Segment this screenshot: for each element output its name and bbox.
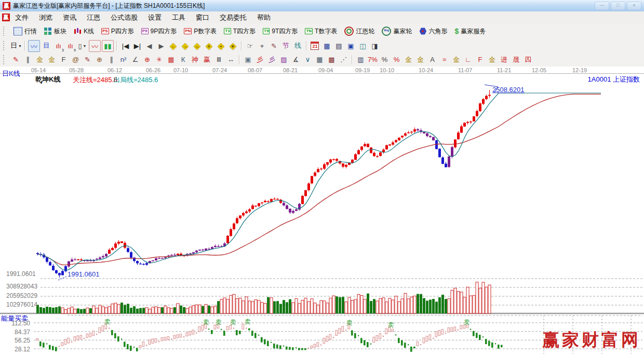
- chart-canvas[interactable]: 卖卖卖卖卖卖卖卖: [0, 73, 644, 355]
- tool-gann-circle[interactable]: ⊕: [142, 54, 153, 65]
- tool-gold-gann-b[interactable]: 金: [46, 54, 57, 65]
- tool-wave-line[interactable]: ∨: [302, 54, 313, 65]
- nav-shift-left[interactable]: ◆←: [168, 41, 179, 51]
- nav-bars-9[interactable]: ılı9: [65, 41, 76, 51]
- tool-n-square[interactable]: n²: [118, 54, 129, 65]
- toolbar-button-winner-service[interactable]: $赢家服务: [451, 26, 489, 37]
- nav-candle-style[interactable]: ▯▼: [77, 41, 88, 51]
- menu-item-2[interactable]: 资讯: [58, 12, 82, 22]
- toolbar-button-winner-wheel[interactable]: Big赢家轮: [378, 25, 415, 37]
- menu-item-0[interactable]: 文件: [10, 12, 34, 22]
- nav-step-forward[interactable]: ▶: [156, 41, 167, 51]
- tool-k-turn[interactable]: К: [178, 54, 189, 65]
- nav-info-panel[interactable]: 目: [41, 41, 52, 51]
- nav-pointer-tool[interactable]: ✎: [269, 41, 279, 51]
- tool-gold-diagonal[interactable]: 金: [487, 54, 498, 65]
- nav-go-last[interactable]: ▶|: [132, 41, 143, 51]
- toolbar-button-p-digit-table[interactable]: PNP数字表: [180, 26, 220, 37]
- nav-network[interactable]: ◫: [357, 41, 368, 51]
- tool-gold-slash[interactable]: 金: [451, 54, 462, 65]
- tool-gold-circle[interactable]: 金: [403, 54, 414, 65]
- nav-save-chart[interactable]: ▣: [345, 41, 356, 51]
- tool-width-measure[interactable]: ↔: [225, 54, 236, 65]
- menu-item-7[interactable]: 窗口: [191, 12, 214, 22]
- toolbar-button-gann-wheel[interactable]: 江恩轮: [341, 25, 378, 37]
- nav-zoom-in-all[interactable]: ◆+: [216, 41, 226, 51]
- menu-item-1[interactable]: 浏览: [34, 12, 58, 22]
- nav-calculator[interactable]: ▦: [321, 41, 332, 51]
- toolbar-button-t-digit-table[interactable]: TNT数字表: [301, 26, 341, 37]
- tool-grid-arrow[interactable]: ▩: [326, 54, 337, 65]
- nav-compress-horizontal[interactable]: ◆≡: [204, 41, 214, 51]
- tool-star-grid[interactable]: ✳: [154, 54, 165, 65]
- menu-item-8[interactable]: 交易委托: [214, 12, 252, 22]
- menu-item-9[interactable]: 帮助: [252, 12, 276, 22]
- tool-si-tool[interactable]: 四: [522, 54, 533, 65]
- nav-pattern-red[interactable]: 〰: [89, 40, 101, 52]
- tool-percent[interactable]: %: [379, 54, 390, 65]
- tool-shen-tool[interactable]: 神: [190, 54, 200, 65]
- tool-angle-ruler[interactable]: ∠: [130, 54, 141, 65]
- tool-trend-pen[interactable]: ✎: [10, 54, 21, 65]
- nav-hand-tool[interactable]: ☞: [245, 41, 256, 51]
- minimize-button[interactable]: —: [595, 2, 609, 10]
- tool-parallel-lines[interactable]: ⋰: [338, 54, 349, 65]
- tool-pen-ruler[interactable]: ✎: [82, 54, 93, 65]
- tool-sheng-tool[interactable]: 晟: [511, 54, 521, 65]
- nav-go-first[interactable]: |◀: [120, 41, 131, 51]
- tool-grid-dark[interactable]: ▦: [314, 54, 325, 65]
- tool-f-gann-lines[interactable]: F: [58, 54, 69, 65]
- nav-pattern-window[interactable]: 〰: [28, 40, 40, 52]
- menu-item-5[interactable]: 设置: [143, 12, 167, 22]
- close-button[interactable]: ×: [627, 2, 641, 10]
- toolbar-grip[interactable]: [3, 27, 6, 36]
- toolbar-button-9p-square[interactable]: P99P四方形: [138, 26, 180, 37]
- tool-time-circle[interactable]: ⊕: [94, 54, 105, 65]
- tool-gold-line[interactable]: 金: [415, 54, 426, 65]
- tool-purple-grid[interactable]: ▨: [278, 54, 289, 65]
- nav-volume-colors[interactable]: ▮▮: [102, 40, 114, 52]
- tool-fan-lines-purple[interactable]: 彡: [266, 54, 277, 65]
- menu-item-4[interactable]: 公式选股: [105, 12, 143, 22]
- nav-shift-right[interactable]: ◆→: [180, 41, 191, 51]
- nav-calendar[interactable]: 21: [310, 41, 320, 51]
- tool-jin-tool[interactable]: 进: [499, 54, 509, 65]
- tool-ruler-123[interactable]: Ⅲ: [213, 54, 224, 65]
- toolbar-button-quotes[interactable]: 行情: [10, 26, 41, 37]
- nav-crosshair-tool[interactable]: +: [257, 41, 267, 51]
- menu-item-6[interactable]: 工具: [167, 12, 191, 22]
- nav-line-stats-tool[interactable]: 线: [292, 41, 303, 51]
- toolbar-button-blocks[interactable]: 板块: [41, 26, 70, 37]
- tool-vertical-lines[interactable]: ∥: [22, 54, 33, 65]
- toolbar-grip[interactable]: [3, 41, 6, 50]
- tool-f-red[interactable]: F: [475, 54, 486, 65]
- toolbar-button-9t-square[interactable]: T99T四方形: [259, 26, 301, 37]
- tool-angle-line[interactable]: ∡: [290, 54, 301, 65]
- tool-ying-tool[interactable]: 赢: [202, 54, 212, 65]
- tool-price-lines[interactable]: ∥: [106, 54, 117, 65]
- tool-wave-average[interactable]: ≈: [439, 54, 450, 65]
- tool-percent-line[interactable]: %: [391, 54, 402, 65]
- nav-print-export[interactable]: ◨: [369, 41, 380, 51]
- tool-pen-a[interactable]: A: [427, 54, 438, 65]
- tool-scale-ruler[interactable]: ▥: [355, 54, 366, 65]
- toolbar-button-hexagon[interactable]: 六角形: [415, 26, 451, 37]
- toolbar-button-p-square[interactable]: PSP四方形: [98, 26, 138, 37]
- toolbar-button-t-square[interactable]: T3T四方形: [220, 26, 259, 37]
- tool-angle-l[interactable]: ∟: [463, 54, 474, 65]
- nav-expand-horizontal[interactable]: ◆↔: [192, 41, 203, 51]
- tool-percent-7[interactable]: 7%: [367, 54, 378, 65]
- nav-zoom-out-all[interactable]: ◆✳: [227, 41, 238, 51]
- maximize-button[interactable]: □: [611, 2, 625, 10]
- toolbar-grip[interactable]: [3, 55, 6, 64]
- nav-step-back[interactable]: ◀: [144, 41, 155, 51]
- menu-item-3[interactable]: 江恩: [82, 12, 105, 22]
- tool-fan-lines-red[interactable]: 彡: [254, 54, 265, 65]
- tool-grid-box[interactable]: ▦: [166, 54, 177, 65]
- nav-festival-tool[interactable]: 节: [280, 41, 291, 51]
- nav-period-day[interactable]: 日▼: [10, 41, 22, 51]
- nav-notes[interactable]: ▤: [333, 41, 344, 51]
- nav-bars-3[interactable]: ılı3: [53, 41, 64, 51]
- toolbar-button-kline[interactable]: K线: [70, 26, 98, 37]
- tool-rect-select[interactable]: ▣: [243, 54, 253, 65]
